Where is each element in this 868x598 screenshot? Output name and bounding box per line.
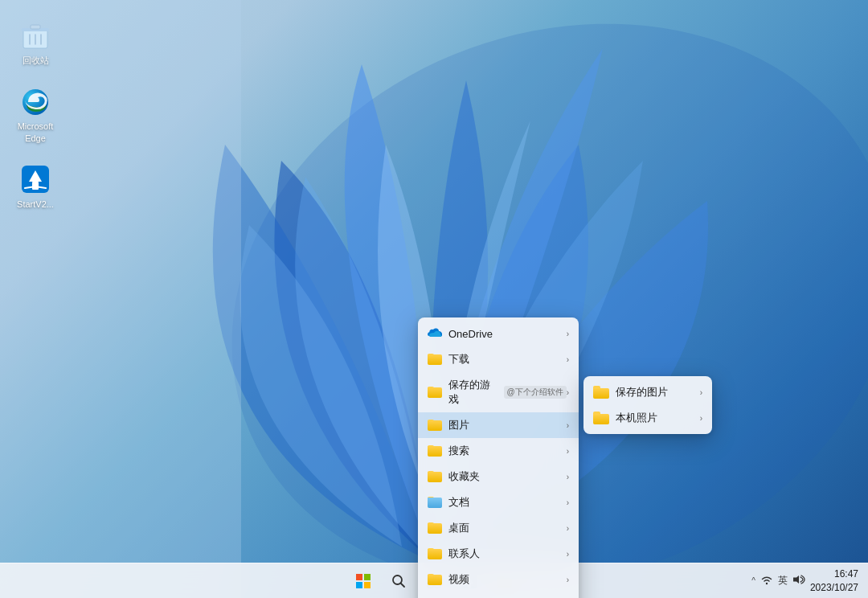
network-icon bbox=[760, 574, 773, 585]
startv2-label: StartV2... bbox=[17, 199, 54, 210]
menu-item-games[interactable]: 保存的游戏 @下个介绍软件 › bbox=[418, 372, 579, 412]
menu-item-contacts[interactable]: 联系人 › bbox=[418, 541, 579, 567]
favorites-arrow: › bbox=[567, 473, 569, 481]
videos-arrow: › bbox=[567, 575, 569, 584]
taskbar-right: ^ 英 16:47 2023/10/27 bbox=[751, 567, 858, 595]
downloads-label: 下载 bbox=[448, 352, 567, 367]
downloads-arrow: › bbox=[567, 355, 569, 364]
submenu-item-local-pictures[interactable]: 本机照片 › bbox=[583, 405, 712, 431]
contacts-arrow: › bbox=[567, 550, 569, 559]
menu-item-links[interactable]: 链接 › bbox=[418, 592, 579, 598]
tray-network-icon bbox=[760, 574, 773, 588]
desktop-arrow: › bbox=[567, 524, 569, 533]
start-button[interactable] bbox=[347, 565, 379, 597]
saved-pictures-folder-icon bbox=[593, 386, 609, 399]
edge-svg bbox=[20, 86, 51, 117]
downloads-folder-icon bbox=[428, 352, 442, 367]
windows-logo-icon bbox=[356, 574, 371, 588]
clock-date: 2023/10/27 bbox=[810, 581, 858, 595]
recycle-bin-svg bbox=[20, 20, 51, 51]
documents-label: 文档 bbox=[448, 495, 567, 510]
edge-label: Microsoft Edge bbox=[18, 121, 54, 144]
startv2-svg bbox=[20, 164, 51, 195]
tray-lang[interactable]: 英 bbox=[778, 574, 788, 588]
saved-pictures-label: 保存的图片 bbox=[616, 385, 668, 399]
pictures-folder-icon bbox=[428, 418, 442, 432]
menu-item-search[interactable]: 搜索 › bbox=[418, 438, 579, 464]
videos-folder-icon bbox=[428, 572, 442, 587]
submenu-item-saved-pictures[interactable]: 保存的图片 › bbox=[583, 379, 712, 405]
system-clock[interactable]: 16:47 2023/10/27 bbox=[810, 567, 858, 595]
favorites-label: 收藏夹 bbox=[448, 469, 567, 484]
onedrive-label: OneDrive bbox=[448, 328, 567, 340]
recycle-bin-image bbox=[19, 19, 51, 51]
svg-rect-17 bbox=[356, 582, 362, 588]
recycle-bin-label: 回收站 bbox=[23, 55, 49, 66]
svg-marker-31 bbox=[793, 575, 799, 584]
search-label: 搜索 bbox=[448, 444, 567, 458]
desktop-label: 桌面 bbox=[448, 521, 567, 535]
favorites-folder-icon bbox=[428, 469, 442, 484]
svg-rect-4 bbox=[31, 25, 40, 29]
menu-item-pictures[interactable]: 图片 › bbox=[418, 412, 579, 438]
menu-item-downloads[interactable]: 下载 › bbox=[418, 346, 579, 372]
saved-pictures-arrow: › bbox=[700, 388, 702, 397]
edge-image bbox=[19, 85, 51, 117]
context-menu: OneDrive › 下载 › 保存的游戏 @下个介绍软件 bbox=[418, 317, 579, 598]
games-badge: @下个介绍软件 bbox=[504, 386, 567, 399]
menu-item-videos[interactable]: 视频 › bbox=[418, 567, 579, 592]
startv2-icon[interactable]: StartV2... bbox=[6, 160, 64, 213]
desktop-folder-icon bbox=[428, 521, 442, 535]
svg-rect-18 bbox=[364, 582, 371, 588]
pictures-arrow: › bbox=[567, 421, 569, 430]
search-folder-icon bbox=[428, 444, 442, 458]
onedrive-icon bbox=[428, 326, 442, 341]
games-folder-icon bbox=[428, 385, 442, 399]
desktop-icons-area: 回收站 bbox=[0, 0, 64, 226]
games-arrow: › bbox=[567, 388, 569, 397]
tray-chevron[interactable]: ^ bbox=[751, 576, 755, 585]
menu-item-onedrive[interactable]: OneDrive › bbox=[418, 321, 579, 346]
documents-folder-icon bbox=[428, 495, 442, 510]
svg-line-20 bbox=[401, 583, 405, 587]
svg-point-30 bbox=[766, 583, 768, 584]
games-label: 保存的游戏 bbox=[448, 378, 501, 407]
taskbar-search-button[interactable] bbox=[383, 565, 415, 597]
onedrive-arrow: › bbox=[567, 330, 569, 338]
search-icon bbox=[391, 574, 406, 588]
local-pictures-folder-icon bbox=[593, 412, 609, 424]
pictures-submenu: 保存的图片 › 本机照片 › bbox=[583, 376, 712, 434]
local-pictures-label: 本机照片 bbox=[616, 411, 657, 425]
local-pictures-arrow: › bbox=[700, 414, 702, 423]
videos-label: 视频 bbox=[448, 572, 567, 587]
svg-rect-16 bbox=[364, 574, 371, 580]
edge-icon[interactable]: Microsoft Edge bbox=[6, 82, 64, 147]
menu-item-desktop[interactable]: 桌面 › bbox=[418, 515, 579, 541]
startv2-image bbox=[19, 163, 51, 195]
menu-item-documents[interactable]: 文档 › bbox=[418, 489, 579, 515]
svg-rect-15 bbox=[356, 574, 362, 580]
menu-item-favorites[interactable]: 收藏夹 › bbox=[418, 464, 579, 489]
contacts-label: 联系人 bbox=[448, 547, 567, 561]
clock-time: 16:47 bbox=[810, 567, 858, 581]
desktop: 回收站 bbox=[0, 0, 868, 598]
volume-icon bbox=[792, 574, 805, 585]
recycle-bin-icon[interactable]: 回收站 bbox=[6, 16, 64, 69]
search-arrow: › bbox=[567, 447, 569, 456]
contacts-folder-icon bbox=[428, 547, 442, 561]
documents-arrow: › bbox=[567, 498, 569, 507]
tray-volume-icon[interactable] bbox=[792, 574, 805, 588]
pictures-label: 图片 bbox=[448, 418, 567, 432]
